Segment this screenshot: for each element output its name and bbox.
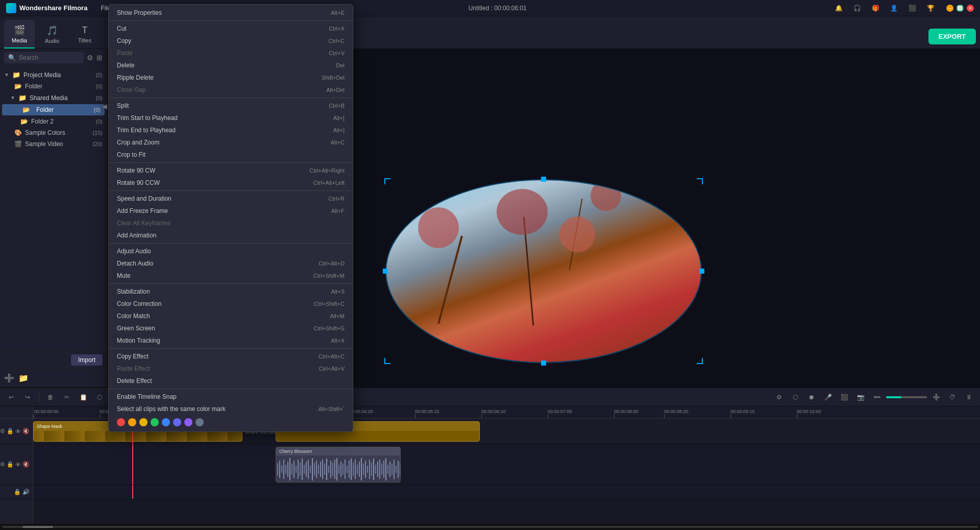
filter-icon[interactable]: ⚙ [87,54,93,62]
ctx-rotate-cw[interactable]: Rotate 90 CW Ctrl+Alt+Right [109,164,353,177]
settings-tl-button[interactable]: ⚙ [772,390,786,404]
marker-tl-button[interactable]: ⬛ [837,390,851,404]
ctx-show-properties[interactable]: Show Properties Alt+E [109,7,353,19]
voice-tl-button[interactable]: 🎤 [821,390,835,404]
ctx-split[interactable]: Split Ctrl+B [109,100,353,112]
trophy-icon[interactable]: 🏆 [924,1,938,15]
ctx-green-screen[interactable]: Green Screen Ctrl+Shift+G [109,322,353,334]
ctx-rotate-ccw[interactable]: Rotate 90 CCW Ctrl+Alt+Left [109,177,353,189]
headset-icon[interactable]: 🎧 [850,1,865,15]
template-icon[interactable]: ⬛ [905,1,920,15]
ctx-color-match[interactable]: Color Match Alt+M [109,310,353,322]
tab-audio[interactable]: 🎵 Audio [37,20,67,49]
track-eye-icon[interactable]: 👁 [15,428,21,435]
crop-tl-button[interactable]: ⬡ [92,390,107,404]
ctx-mute[interactable]: Mute Ctrl+Shift+M [109,270,353,282]
ctx-adjust-audio[interactable]: Adjust Audio [109,245,353,257]
track-lock-icon[interactable]: 🔒 [7,428,14,435]
tab-media[interactable]: 🎬 Media [4,20,35,49]
handle-left[interactable] [383,269,388,274]
ctx-delete[interactable]: Delete Del [109,59,353,71]
cut-tl-button[interactable]: ✂ [60,390,74,404]
import-button[interactable]: Import [71,354,103,366]
redo-button[interactable]: ↪ [20,390,35,404]
handle-bottom-left[interactable] [384,358,390,364]
bell-icon[interactable]: 🔔 [832,1,846,15]
delete-tl-button[interactable]: 🗑 [43,390,58,404]
track-effects-icon2[interactable]: ⚙ [0,461,5,468]
handle-bottom-right[interactable] [697,358,703,364]
color-dot-red[interactable] [117,418,125,426]
zoom-slider[interactable] [886,396,927,398]
ctx-cut[interactable]: Cut Ctrl+X [109,22,353,35]
split-tl-button[interactable]: ⬡ [788,390,802,404]
handle-top-right[interactable] [697,178,703,184]
track-eye-icon2[interactable]: 👁 [15,462,21,468]
ctx-color-correction[interactable]: Color Correction Ctrl+Shift+C [109,298,353,310]
ctx-freeze-frame[interactable]: Add Freeze Frame Alt+F [109,205,353,217]
ctx-add-animation[interactable]: Add Animation [109,229,353,242]
ctx-trim-end[interactable]: Trim End to Playhead Alt+] [109,124,353,136]
export-button[interactable]: EXPORT [928,29,976,44]
ctx-speed-duration[interactable]: Speed and Duration Ctrl+R [109,192,353,205]
tree-sample-colors[interactable]: 🎨 Sample Colors (15) [0,127,107,138]
color-dot-blue[interactable] [162,418,170,426]
scrollbar-track[interactable] [2,526,978,528]
track-volume-icon[interactable]: 🔊 [22,489,30,495]
gift-icon[interactable]: 🎁 [869,1,883,15]
handle-top-left[interactable] [384,178,390,184]
color-dot-green[interactable] [151,418,159,426]
track-effects-icon[interactable]: ⚙ [0,428,5,435]
ctx-ripple-delete[interactable]: Ripple Delete Shift+Del [109,71,353,84]
handle-bottom[interactable] [541,360,546,366]
maximize-button[interactable]: ⬜ [957,5,964,12]
color-dot-indigo[interactable] [173,418,181,426]
zoom-in-tl-button[interactable]: ➕ [929,390,943,404]
ctx-motion-tracking[interactable]: Motion Tracking Alt+X [109,334,353,347]
record-tl-button[interactable]: ⏺ [804,390,819,404]
ctx-copy-effect[interactable]: Copy Effect Ctrl+Alt+C [109,350,353,363]
undo-button[interactable]: ↩ [4,390,18,404]
pause-tl-button[interactable]: ⏸ [962,390,976,404]
clock-tl-button[interactable]: ⏱ [945,390,960,404]
zoom-out-tl-button[interactable]: ➖ [870,390,884,404]
tree-sample-video[interactable]: 🎬 Sample Video (20) [0,138,107,150]
track-lock-icon2[interactable]: 🔒 [7,461,14,468]
grid-icon[interactable]: ⊞ [96,54,103,62]
track-lock-icon3[interactable]: 🔒 [14,489,21,495]
cherry-clip-audio[interactable]: Cherry Blossom [276,447,401,483]
tab-titles[interactable]: T Titles [69,20,100,49]
handle-right[interactable] [699,269,704,274]
handle-top[interactable] [541,177,546,182]
ctx-enable-snap[interactable]: Enable Timeline Snap [109,391,353,403]
color-dot-orange[interactable] [128,418,136,426]
color-dot-gray[interactable] [195,418,204,426]
tree-folder[interactable]: 📂 Folder (0) [0,81,107,92]
copy-tl-button[interactable]: 📋 [76,390,90,404]
ctx-copy[interactable]: Copy Ctrl+C [109,35,353,47]
track-mute-icon2[interactable]: 🔇 [22,461,30,468]
color-dot-yellow[interactable] [139,418,148,426]
snapshot-tl-button[interactable]: 📷 [853,390,868,404]
color-dot-purple[interactable] [184,418,192,426]
add-folder-button[interactable]: ➕ [4,373,14,383]
close-button[interactable]: ✕ [967,5,974,12]
ctx-crop-zoom[interactable]: Crop and Zoom Alt+C [109,136,353,149]
minimize-button[interactable]: ─ [946,5,953,12]
ctx-detach-audio[interactable]: Detach Audio Ctrl+Alt+D [109,257,353,270]
ctx-select-same-color[interactable]: Select all clips with the same color mar… [109,403,353,415]
scrollbar-thumb[interactable] [22,526,53,528]
tree-shared-media[interactable]: ▼ 📁 Shared Media (0) [0,92,107,104]
ctx-delete-effect[interactable]: Delete Effect [109,375,353,387]
tree-folder-2[interactable]: 📂 Folder 2 (0) [0,116,107,127]
person-icon[interactable]: 👤 [887,1,901,15]
track-mute-icon[interactable]: 🔇 [22,428,30,435]
add-file-button[interactable]: 📁 [18,373,29,383]
ctx-stabilization[interactable]: Stabilization Alt+S [109,285,353,298]
tree-project-media[interactable]: ▼ 📁 Project Media (0) [0,69,107,81]
tree-folder-selected[interactable]: 📂 Folder (0) [2,104,105,115]
search-input[interactable] [19,54,60,61]
timeline-scrollbar[interactable] [0,524,980,530]
ctx-crop-fit[interactable]: Crop to Fit [109,149,353,161]
ctx-trim-start[interactable]: Trim Start to Playhead Alt+[ [109,112,353,124]
